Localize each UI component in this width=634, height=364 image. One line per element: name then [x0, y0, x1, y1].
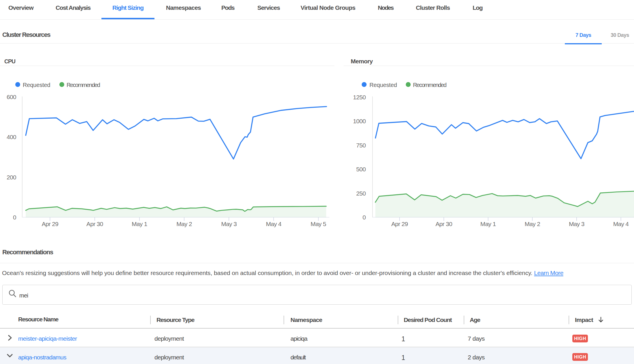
svg-text:750: 750: [356, 142, 366, 149]
svg-text:Apr 30: Apr 30: [86, 221, 103, 227]
svg-text:Apr 29: Apr 29: [391, 221, 408, 227]
svg-text:May 3: May 3: [221, 221, 237, 227]
svg-text:May 2: May 2: [524, 221, 540, 227]
svg-text:Apr 29: Apr 29: [42, 221, 59, 227]
svg-text:500: 500: [356, 166, 366, 172]
svg-text:May 1: May 1: [480, 221, 496, 227]
svg-text:200: 200: [7, 174, 16, 181]
svg-text:400: 400: [7, 134, 16, 140]
svg-text:May 4: May 4: [266, 221, 282, 227]
svg-text:Apr 30: Apr 30: [435, 221, 452, 227]
svg-text:0: 0: [13, 214, 16, 221]
svg-text:May 3: May 3: [569, 221, 584, 227]
svg-text:250: 250: [356, 190, 366, 197]
svg-text:600: 600: [7, 94, 16, 100]
svg-text:May 5: May 5: [311, 221, 326, 227]
svg-text:1250: 1250: [353, 94, 366, 101]
svg-text:May 4: May 4: [613, 221, 629, 227]
svg-text:0: 0: [363, 214, 366, 221]
svg-text:May 2: May 2: [176, 221, 192, 227]
svg-text:May 1: May 1: [132, 221, 147, 227]
svg-text:1000: 1000: [353, 118, 366, 124]
